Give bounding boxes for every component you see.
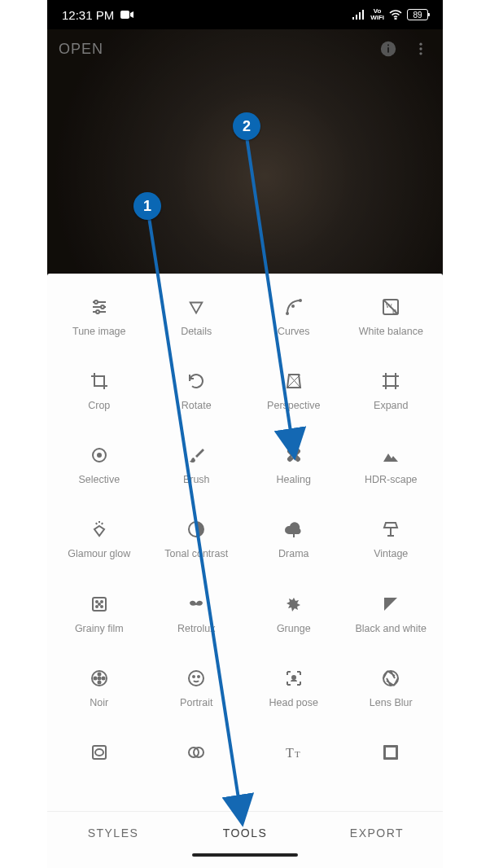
lamp-icon [378,517,403,541]
tool-portrait[interactable]: Portrait [148,660,246,734]
tool-label: Head pose [269,697,318,710]
tool-rotate[interactable]: Rotate [148,362,246,436]
svg-rect-2 [356,15,357,20]
tool-drama[interactable]: Drama [245,511,343,585]
annotation-badge-2: 2 [233,112,260,140]
tool-lens-blur[interactable]: Lens Blur [343,660,440,734]
bw-square-icon [378,592,403,616]
tools-grid: Tune image Details Curves WB White balan… [47,274,443,811]
tool-perspective[interactable]: Perspective [245,362,343,436]
tool-black-and-white[interactable]: Black and white [343,585,440,660]
tool-tonal-contrast[interactable]: Tonal contrast [148,511,246,585]
tool-expand[interactable]: Expand [343,362,440,436]
tool-label: Healing [277,474,311,487]
svg-text:W: W [386,302,392,309]
network-label: Vo WiFi [370,8,384,21]
aperture-icon [378,666,403,690]
svg-point-15 [94,300,98,304]
tool-label: Details [181,326,212,339]
tool-label: Tune image [72,326,126,339]
tool-selective[interactable]: Selective [50,436,148,511]
svg-rect-1 [352,17,354,20]
open-button[interactable]: OPEN [59,41,103,58]
tool-label: Vintage [374,548,408,561]
tab-tools[interactable]: TOOLS [179,826,311,840]
tool-grunge[interactable]: Grunge [245,585,343,660]
tool-label: Grainy film [75,623,124,636]
tool-vignette[interactable] [50,734,148,808]
svg-rect-8 [387,45,389,46]
tool-label: Tonal contrast [164,548,228,561]
status-bar: 12:31 PM Vo WiFi 89 [47,0,443,29]
svg-point-50 [98,677,100,679]
mountains-icon [378,443,403,467]
tool-label: Selective [78,474,120,487]
tool-text[interactable]: TT [245,734,343,808]
svg-text:T: T [295,749,300,759]
svg-point-31 [295,457,295,458]
face-icon [184,666,208,690]
tool-glamour-glow[interactable]: Glamour glow [50,511,148,585]
splatter-icon [282,592,306,616]
svg-point-57 [95,749,103,756]
tab-styles[interactable]: STYLES [47,826,179,840]
svg-point-40 [101,601,103,603]
svg-point-5 [395,18,396,20]
tool-tune-image[interactable]: Tune image [50,288,148,362]
svg-rect-24 [386,376,396,386]
tool-frames[interactable] [343,734,440,808]
phone-screen: 12:31 PM Vo WiFi 89 [47,0,443,868]
svg-point-11 [419,52,422,55]
svg-point-30 [291,454,292,454]
tool-noir[interactable]: Noir [50,660,148,734]
photo-preview: OPEN [47,29,443,274]
tab-export[interactable]: EXPORT [311,826,443,840]
tool-label: White balance [359,326,423,339]
tool-head-pose[interactable]: Head pose [245,660,343,734]
vignette-icon [87,740,112,765]
tool-label: Portrait [180,697,212,710]
home-indicator [47,853,443,868]
app-bar: OPEN [47,29,443,68]
svg-rect-7 [387,47,389,52]
tool-label: Glamour glow [68,548,130,561]
tool-curves[interactable]: Curves [245,288,343,362]
svg-point-33 [291,457,292,458]
tool-label: HDR-scape [365,474,418,487]
tool-details[interactable]: Details [148,288,246,362]
svg-point-20 [292,305,294,307]
half-circle-icon [184,517,208,541]
more-icon[interactable] [410,38,431,59]
tool-double-exposure[interactable] [148,734,246,808]
annotation-badge-1: 1 [133,192,161,220]
curves-icon [282,295,306,319]
svg-point-32 [295,454,295,454]
tool-brush[interactable]: Brush [148,436,246,511]
text-icon: TT [282,740,306,765]
svg-text:T: T [286,746,294,760]
svg-point-43 [101,606,103,607]
expand-icon [378,369,403,393]
cloud-icon [282,517,306,541]
svg-text:B: B [392,308,396,315]
tool-white-balance[interactable]: WB White balance [343,288,440,362]
info-icon[interactable] [378,38,399,59]
grain-icon [87,592,112,616]
svg-point-47 [102,677,104,679]
tool-label: Black and white [355,623,427,636]
svg-point-9 [419,43,422,46]
tool-crop[interactable]: Crop [50,362,148,436]
tool-label: Expand [374,400,408,413]
sparkle-diamond-icon [87,517,112,541]
overlap-circles-icon [184,740,208,765]
svg-rect-0 [120,11,129,19]
tool-grainy-film[interactable]: Grainy film [50,585,148,660]
tool-healing[interactable]: Healing [245,436,343,511]
head-pose-icon [282,666,306,690]
tool-hdr-scape[interactable]: HDR-scape [343,436,440,511]
sliders-icon [87,295,112,319]
svg-rect-3 [359,12,361,20]
tool-retrolux[interactable]: Retrolux [148,585,246,660]
tool-vintage[interactable]: Vintage [343,511,440,585]
tool-label: Brush [183,474,210,487]
